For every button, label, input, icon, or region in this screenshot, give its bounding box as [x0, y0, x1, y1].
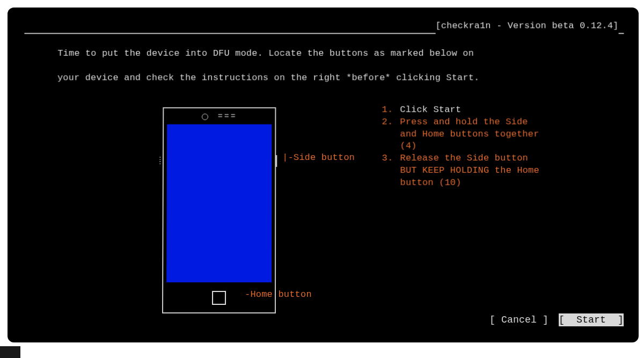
home-button-icon — [212, 291, 226, 305]
side-button-label: |-Side button — [282, 152, 355, 164]
step-number: 1. — [382, 104, 400, 116]
step-3: 3. Release the Side button — [382, 152, 625, 165]
button-row: [ Cancel ] [ Start ] — [489, 313, 624, 326]
step-text: Release the Side button — [400, 152, 625, 165]
sensor-icon — [202, 113, 208, 120]
side-button-icon — [276, 155, 277, 167]
step-text-cont: (4) — [382, 141, 625, 153]
main-area: === :: |-Side button -Home button 1. Cli… — [23, 104, 626, 328]
instruction-line-1: Time to put the device into DFU mode. Lo… — [57, 48, 474, 59]
volume-dots-icon: :: — [158, 156, 162, 165]
step-number: 2. — [382, 116, 400, 128]
step-text-cont: button (10) — [382, 177, 625, 189]
phone-diagram: === :: — [162, 107, 276, 313]
step-1: 1. Click Start — [382, 104, 624, 116]
instruction-line-2: your device and check the instructions o… — [57, 72, 480, 83]
home-button-label: -Home button — [245, 289, 312, 301]
phone-screen — [166, 124, 272, 282]
steps-list: 1. Click Start 2. Press and hold the Sid… — [382, 104, 625, 189]
app-title: [checkra1n - Version beta 0.12.4] — [435, 20, 618, 33]
step-text-cont: BUT KEEP HOLDING the Home — [382, 165, 625, 177]
terminal-window: [checkra1n - Version beta 0.12.4] Time t… — [8, 8, 639, 342]
step-number: 3. — [382, 152, 400, 165]
button-gap — [551, 313, 557, 326]
step-2: 2. Press and hold the Side — [382, 116, 625, 128]
start-button[interactable]: [ Start ] — [559, 313, 624, 326]
speaker-icon: === — [218, 111, 237, 122]
instruction-text: Time to put the device into DFU mode. Lo… — [24, 35, 625, 96]
cancel-button[interactable]: [ Cancel ] — [489, 313, 548, 326]
step-text: Click Start — [400, 104, 624, 116]
step-text: Press and hold the Side — [400, 116, 624, 128]
title-bar: [checkra1n - Version beta 0.12.4] — [24, 20, 624, 33]
phone-outline: === :: — [162, 107, 276, 313]
photo-edge-artifact — [0, 346, 20, 358]
phone-top-row: === — [164, 111, 275, 122]
step-text-cont: and Home buttons together — [382, 128, 625, 141]
